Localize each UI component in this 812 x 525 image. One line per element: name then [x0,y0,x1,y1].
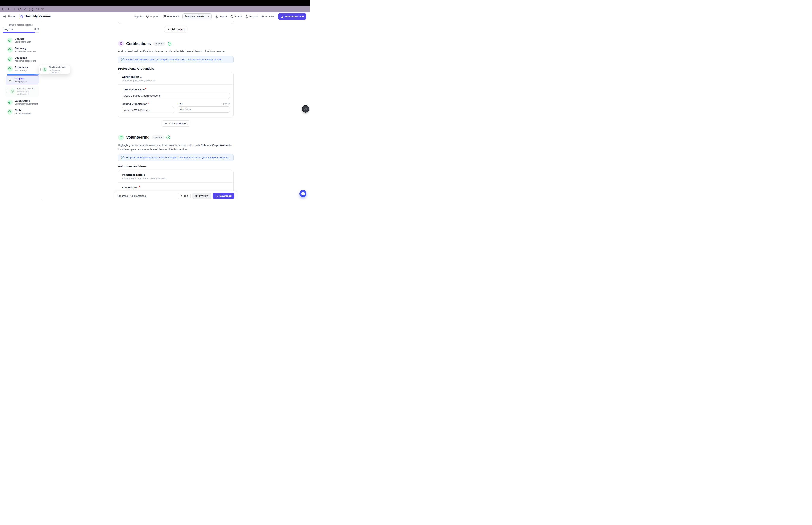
check-circle-icon [7,57,13,62]
help-circle-icon: ? [121,156,124,159]
date-label: Date [178,102,183,105]
required-asterisk: * [148,102,149,105]
import-button[interactable]: Import [215,15,227,18]
sidebar-item-projects[interactable]: ProjectsKey projects [5,75,40,84]
sidebar-item-volunteering[interactable]: VolunteeringCommunity involvement [0,99,42,106]
optional-hint: Optional [221,103,230,105]
reset-rotate-icon [230,15,233,18]
section-complete-icon [166,135,170,139]
help-circle-icon: ? [121,58,124,61]
group-heading: Professional Credentials [118,67,234,70]
section-title: Certifications [126,42,151,46]
sign-in-link[interactable]: Sign In [134,15,142,18]
builder-main: Add project Certifications Optional Add … [42,21,310,200]
arrow-up-icon [180,195,183,197]
window-titlebar [0,0,310,6]
plus-icon [165,122,167,125]
section-description: Add professional certifications, license… [118,49,234,54]
resume-doc-icon [19,15,23,18]
sidebar-toggle-icon[interactable] [2,7,5,11]
footer-preview-button[interactable]: Preview [192,193,211,199]
footer-download-button[interactable]: Download [213,193,234,199]
check-circle-icon [7,100,13,105]
back-icon[interactable] [7,7,11,11]
arrow-left-to-line-icon [3,15,6,18]
sidebar-item-skills[interactable]: SkillsTechnical abilities [0,108,42,116]
certification-name-label: Certification Name [122,88,144,91]
list-play-icon [304,107,307,111]
feedback-message-icon [163,15,166,18]
camera-icon[interactable] [41,7,44,11]
footer-bar: Progress: 7 of 8 sections Top Preview Do… [114,191,237,200]
certification-card: Certification 1 Name, organization, and … [118,72,234,117]
drop-indicator [7,74,39,75]
preview-button[interactable]: Preview [261,15,275,18]
sidebar-item-contact[interactable]: ContactBasic information [0,36,42,44]
scroll-top-button[interactable]: Top [178,193,190,199]
issuing-organization-input[interactable] [122,107,174,113]
card-subtitle: Show the impact of your volunteer work. [122,177,230,180]
template-select[interactable]: Template: STEM [182,13,212,19]
home-icon[interactable] [23,7,27,11]
home-link-label: Home [8,15,15,18]
certifications-section: Certifications Optional Add professional… [118,41,234,126]
card-title: Volunteer Role 1 [122,173,230,176]
download-icon [215,195,218,197]
export-button[interactable]: Export [245,15,257,18]
chat-fab-button[interactable] [300,190,306,197]
sidebar-item-certifications[interactable]: CertificationsProfessional certification… [5,86,39,96]
required-asterisk: * [145,88,146,91]
check-circle-icon [7,66,13,72]
reset-button[interactable]: Reset [230,15,242,18]
card-title: Certification 1 [122,75,230,78]
tip-text: Emphasize leadership roles, skills devel… [126,156,230,159]
outline-fab-button[interactable] [302,105,309,112]
check-circle-icon [42,67,47,72]
required-asterisk: * [139,186,140,189]
drag-handle-icon[interactable] [6,90,6,93]
support-link[interactable]: Support [146,15,159,18]
award-ribbon-icon [118,41,124,47]
project-card-bottom-edge [118,21,234,24]
heart-hands-icon [118,135,124,140]
section-description: Highlight your community involvement and… [118,143,234,151]
page-title: Build My Resume [25,15,50,18]
chevron-down-icon [206,15,209,18]
download-pdf-button[interactable]: Download PDF [278,13,306,19]
plus-icon [167,28,170,31]
optional-badge: Optional [153,42,166,46]
browser-toolbar: {…} www.resuzen.com/builder ⋯ [0,6,310,12]
reload-icon[interactable] [18,7,21,11]
progress-bar-fill [3,32,35,33]
add-certification-button[interactable]: Add certification [162,120,190,126]
back-home-link[interactable]: Home [3,15,15,18]
add-project-button[interactable]: Add project [164,26,188,32]
issuing-organization-label: Issuing Organization [122,103,147,105]
card-subtitle: Name, organization, and date [122,79,230,82]
certification-name-input[interactable] [122,93,230,99]
download-icon [281,15,284,18]
check-circle-icon [10,89,15,94]
date-input[interactable] [178,106,230,112]
section-complete-icon [168,42,172,46]
role-position-label: Role/Position [122,186,138,189]
drag-handle-icon [40,68,41,71]
progress-percent: 88% [34,28,39,31]
drag-hint-text: Drag to reorder sections [0,24,42,26]
sidebar-item-summary[interactable]: SummaryProfessional overview [0,46,42,54]
optional-badge: Optional [152,135,164,139]
progress-label: Progress [3,28,13,31]
tip-box: ? Emphasize leadership roles, skills dev… [118,154,234,161]
footer-progress-text: Progress: 7 of 8 sections [118,194,146,197]
mail-icon[interactable] [35,7,39,11]
sidebar-item-education[interactable]: EducationAcademic background [0,55,42,63]
progress-bar [3,32,39,33]
tip-text: Include certification name, issuing orga… [126,58,221,61]
app-header: Home Build My Resume Sign In Support Fee… [0,12,310,21]
volunteering-section: Volunteering Optional Highlight your com… [118,135,234,200]
forward-icon[interactable] [13,7,16,11]
eye-icon [195,194,198,197]
feedback-link[interactable]: Feedback [163,15,179,18]
extension-braces-icon[interactable]: {…} [29,8,33,11]
sidebar-item-experience[interactable]: ExperienceWork history [0,65,42,73]
